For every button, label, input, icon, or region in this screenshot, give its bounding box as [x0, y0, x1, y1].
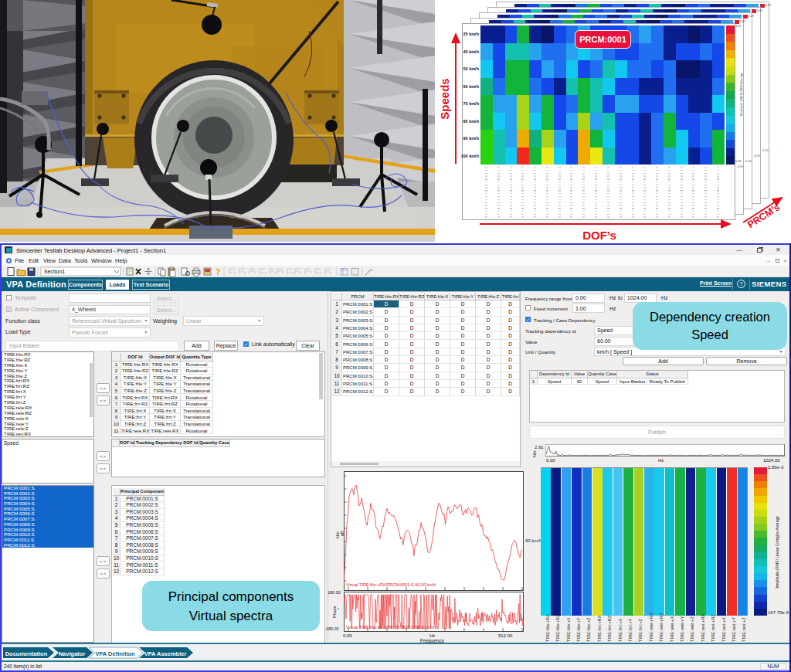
svg-text:?: ?	[216, 268, 220, 277]
svg-text:Navigator: Navigator	[59, 650, 86, 657]
svg-text:DOF’s: DOF’s	[582, 229, 616, 242]
svg-text:VPA Definition: VPA Definition	[95, 650, 135, 657]
svg-text:PRCM’s: PRCM’s	[745, 202, 782, 230]
svg-text:Virtual TIRE:frle:+RX/PRCM:000: Virtual TIRE:frle:+RX/PRCM:0001:S 60.00 …	[346, 582, 436, 587]
svg-text:Section1: Section1	[44, 269, 65, 274]
svg-text:Virtual TIRE:frle:+RX/PRCM:000: Virtual TIRE:frle:+RX/PRCM:0001:S 60.00 …	[346, 625, 436, 630]
svg-text:Documentation: Documentation	[5, 650, 48, 657]
svg-text:VPA Assembler: VPA Assembler	[144, 650, 187, 657]
svg-text:Speeds: Speeds	[438, 78, 451, 119]
